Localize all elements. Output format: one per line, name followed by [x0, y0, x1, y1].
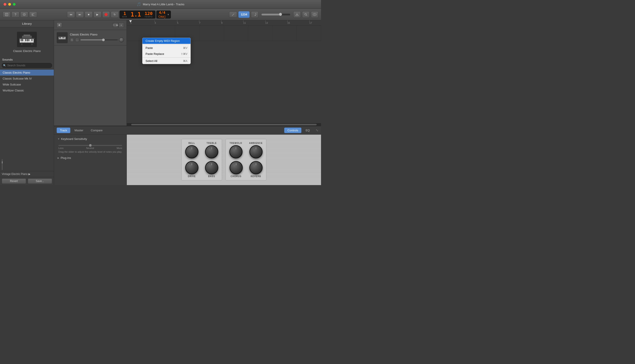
slider-labels: Less Neutral More	[59, 147, 122, 150]
list-item[interactable]: Wide Suitcase	[0, 82, 54, 88]
context-item-label: Paste	[146, 46, 153, 50]
rewind-button[interactable]: ⏮	[67, 11, 75, 18]
sound-list: Classic Electric Piano Classic Suitcase …	[0, 70, 54, 112]
svg-rect-36	[22, 36, 32, 38]
rewind-icon: ⏮	[70, 13, 72, 16]
time-signature-display[interactable]: 4/4 Cmaj ▾	[156, 10, 171, 18]
play-button[interactable]: ▶	[94, 11, 102, 18]
record-button[interactable]	[102, 11, 110, 18]
scrollbar-thumb[interactable]	[131, 124, 317, 125]
knob-item-tremolo: TREMOLO	[229, 142, 243, 158]
save-button[interactable]: Save...	[28, 178, 52, 184]
tab-track[interactable]: Track	[57, 128, 70, 133]
knob-row-top-1: BELL TREBLE	[185, 142, 218, 158]
svg-rect-47	[63, 37, 63, 38]
resize-icon[interactable]: ⤡	[316, 128, 318, 132]
instrument-display: Classic Electric Piano	[0, 27, 54, 57]
sensitivity-slider[interactable]	[59, 145, 122, 146]
track-canvas[interactable]: Create Empty MIDI Region Paste ⌘V Paste …	[127, 26, 321, 123]
reverb-knob[interactable]	[249, 161, 263, 174]
svg-point-7	[32, 14, 33, 16]
ruler-mark: 15	[287, 20, 290, 25]
instrument-panel-top: + ⟵▶ ≡	[54, 20, 127, 30]
cycle-button[interactable]: ↻	[111, 11, 119, 18]
plugins-collapse-icon[interactable]: ▶	[58, 157, 59, 159]
bass-knob[interactable]	[205, 161, 218, 174]
keyboard-sensitivity-header: ▼ Keyboard Sensitivity	[58, 137, 123, 140]
search-tracks-button[interactable]	[302, 11, 310, 18]
knob-item-chorus: CHORUS	[230, 161, 243, 178]
bell-knob[interactable]	[185, 145, 198, 158]
collapse-icon[interactable]: ▼	[58, 138, 60, 140]
volume-slider[interactable]	[81, 40, 118, 40]
notebook-button[interactable]	[3, 12, 11, 18]
library-footer[interactable]: Vintage Electric Piano ▶	[0, 171, 54, 177]
svg-rect-18	[19, 38, 35, 39]
fast-forward-button[interactable]: ⏭	[76, 11, 84, 18]
scissors-button[interactable]	[29, 12, 37, 18]
context-menu-item-create-midi[interactable]: Create Empty MIDI Region	[143, 38, 191, 44]
filter-button[interactable]: ⟵▶	[113, 22, 118, 28]
list-item[interactable]: Classic Electric Piano	[0, 70, 54, 76]
treble-knob[interactable]	[205, 145, 218, 158]
list-item[interactable]: Wurlitzer Classic	[0, 88, 54, 94]
master-volume-slider[interactable]	[262, 14, 290, 16]
brush-button[interactable]	[229, 12, 237, 18]
search-container: 🔍	[0, 62, 54, 70]
master-volume-thumb[interactable]	[279, 13, 282, 16]
tab-master[interactable]: Master	[71, 128, 87, 133]
tab-compare[interactable]: Compare	[88, 128, 106, 133]
horizontal-scrollbar[interactable]	[127, 123, 321, 126]
main-layout: Library	[0, 20, 321, 185]
cycle-icon: ↻	[114, 13, 116, 16]
sensitivity-thumb[interactable]	[89, 144, 92, 147]
context-menu-item-select-all[interactable]: Select All ⌘A	[143, 58, 191, 64]
minimize-button[interactable]	[8, 3, 11, 6]
svg-rect-32	[29, 39, 29, 41]
track-name: Classic Electric Piano	[70, 33, 124, 36]
bar-label: BAR	[122, 16, 127, 18]
ruler-mark: 7	[199, 20, 200, 25]
mute-button[interactable]: S	[70, 38, 74, 42]
tab-controls[interactable]: Controls	[284, 128, 301, 133]
tempo-display: 120 TEMPO	[144, 11, 153, 18]
tab-eq[interactable]: EQ	[302, 128, 313, 133]
drive-knob[interactable]	[185, 161, 198, 174]
chorus-knob[interactable]	[230, 161, 243, 174]
list-item[interactable]: Classic Suitcase Mk IV	[0, 76, 54, 82]
close-button[interactable]	[4, 3, 7, 6]
export-button[interactable]	[293, 11, 301, 18]
svg-rect-35	[32, 44, 33, 45]
ambience-knob[interactable]	[249, 145, 263, 158]
view-toggle-button[interactable]: ≡	[119, 22, 124, 28]
connect-button[interactable]	[311, 11, 318, 18]
add-track-button[interactable]: +	[57, 22, 62, 28]
shortcut-label: ⇧⌘V	[181, 52, 187, 56]
context-menu-item-paste-replace[interactable]: Paste Replace ⇧⌘V	[143, 51, 191, 57]
metronome-button[interactable]	[20, 12, 28, 18]
knob-item-reverb: REVERB	[249, 161, 263, 178]
knob-item-drive: DRIVE	[185, 161, 198, 178]
pan-knob[interactable]	[119, 38, 124, 42]
svg-rect-37	[24, 34, 30, 36]
metronome-btn[interactable]: 𝅘𝅥𝅮	[251, 11, 258, 18]
tremolo-label: TREMOLO	[230, 142, 242, 144]
context-item-label: Create Empty MIDI Region	[146, 39, 180, 42]
help-button[interactable]: ?	[12, 12, 20, 18]
svg-point-5	[24, 14, 25, 15]
tremolo-knob[interactable]	[229, 145, 243, 158]
solo-button[interactable]: 🎧	[75, 38, 79, 42]
stop-button[interactable]: ■	[85, 11, 93, 18]
search-input[interactable]	[2, 63, 52, 68]
svg-point-11	[305, 14, 306, 15]
drive-label: DRIVE	[188, 175, 196, 178]
revert-button[interactable]: Revert	[2, 178, 26, 184]
beat-position: 1.1	[131, 12, 141, 18]
context-menu-item-paste[interactable]: Paste ⌘V	[143, 45, 191, 51]
instrument-image	[17, 32, 37, 47]
maximize-button[interactable]	[13, 3, 16, 6]
count-in-button[interactable]: 1234	[238, 11, 250, 18]
bottom-tabs-bar: Track Master Compare Controls EQ ⤡	[54, 126, 321, 135]
traffic-lights	[4, 3, 16, 6]
slider-label-more: More	[117, 147, 122, 150]
